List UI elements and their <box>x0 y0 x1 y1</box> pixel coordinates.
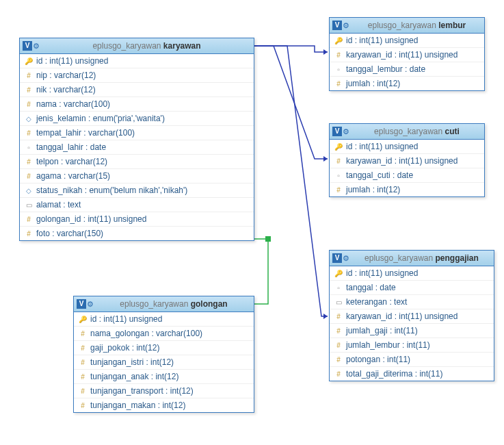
column-row[interactable]: #tempat_lahir : varchar(100) <box>20 125 254 140</box>
column-row[interactable]: ▫tanggal_cuti : date <box>330 168 484 182</box>
hash-icon: # <box>78 373 88 381</box>
date-icon: ▫ <box>334 284 343 292</box>
table-golongan[interactable]: V ⚙ eplusgo_karyawan golongan 🔑id : int(… <box>73 296 254 413</box>
column-row[interactable]: #jumlah_gaji : int(11) <box>330 323 494 338</box>
svg-marker-1 <box>323 156 328 162</box>
column-row[interactable]: #karyawan_id : int(11) unsigned <box>330 153 484 168</box>
column-label: id : int(11) unsigned <box>346 142 418 151</box>
column-row[interactable]: 🔑id : int(11) unsigned <box>330 34 484 47</box>
column-label: karyawan_id : int(11) unsigned <box>346 50 457 60</box>
hash-icon: # <box>24 230 34 238</box>
column-label: id : int(11) unsigned <box>346 36 418 45</box>
table-header[interactable]: V ⚙ eplusgo_karyawan karyawan <box>20 38 254 54</box>
view-icon[interactable]: V <box>332 127 342 136</box>
column-row[interactable]: ▫tanggal : date <box>330 280 494 294</box>
column-row[interactable]: #nama : varchar(100) <box>20 97 254 111</box>
table-title: eplusgo_karyawan penggajian <box>352 253 491 263</box>
column-row[interactable]: #nik : varchar(12) <box>20 82 254 97</box>
gear-icon[interactable]: ⚙ <box>343 254 349 263</box>
column-row[interactable]: ▭keterangan : text <box>330 294 494 309</box>
diamond-icon: ◇ <box>24 187 34 194</box>
column-row[interactable]: #total_gaji_diterima : int(11) <box>330 366 494 381</box>
view-icon[interactable]: V <box>332 21 342 30</box>
table-header[interactable]: V ⚙ eplusgo_karyawan penggajian <box>330 251 494 266</box>
column-row[interactable]: ◇jenis_kelamin : enum('pria','wanita') <box>20 111 254 125</box>
column-label: agama : varchar(15) <box>36 171 110 181</box>
column-row[interactable]: #tunjangan_istri : int(12) <box>74 355 254 369</box>
column-label: nip : varchar(12) <box>36 71 96 80</box>
key-icon: 🔑 <box>334 143 343 151</box>
hash-icon: # <box>334 327 343 335</box>
column-row[interactable]: ▫tanggal_lembur : date <box>330 62 484 76</box>
gear-icon[interactable]: ⚙ <box>343 127 349 136</box>
column-row[interactable]: 🔑id : int(11) unsigned <box>330 140 484 153</box>
column-row[interactable]: #jumlah : int(12) <box>330 182 484 196</box>
column-label: keterangan : text <box>346 297 407 307</box>
view-icon[interactable]: V <box>332 253 342 263</box>
column-row[interactable]: 🔑id : int(11) unsigned <box>20 54 254 68</box>
table-title: eplusgo_karyawan cuti <box>352 127 481 136</box>
table-header[interactable]: V ⚙ eplusgo_karyawan cuti <box>330 124 484 140</box>
column-row[interactable]: #nama_golongan : varchar(100) <box>74 326 254 340</box>
column-label: status_nikah : enum('belum nikah','nikah… <box>36 186 187 195</box>
column-label: jenis_kelamin : enum('pria','wanita') <box>36 114 165 123</box>
column-row[interactable]: 🔑id : int(11) unsigned <box>74 312 254 326</box>
column-label: karyawan_id : int(11) unsigned <box>346 312 457 321</box>
date-icon: ▫ <box>334 172 343 179</box>
column-label: foto : varchar(150) <box>36 229 103 238</box>
hash-icon: # <box>78 402 88 409</box>
column-row[interactable]: #jumlah : int(12) <box>330 76 484 90</box>
column-row[interactable]: #gaji_pokok : int(12) <box>74 340 254 355</box>
table-penggajian[interactable]: V ⚙ eplusgo_karyawan penggajian 🔑id : in… <box>329 250 494 381</box>
hash-icon: # <box>78 387 88 395</box>
table-cuti[interactable]: V ⚙ eplusgo_karyawan cuti 🔑id : int(11) … <box>329 123 485 197</box>
column-row[interactable]: ◇status_nikah : enum('belum nikah','nika… <box>20 183 254 197</box>
hash-icon: # <box>24 173 34 180</box>
table-header[interactable]: V ⚙ eplusgo_karyawan golongan <box>74 296 254 312</box>
column-label: golongan_id : int(11) unsigned <box>36 214 146 224</box>
table-lembur[interactable]: V ⚙ eplusgo_karyawan lembur 🔑id : int(11… <box>329 17 485 91</box>
hash-icon: # <box>24 158 34 166</box>
column-row[interactable]: ▫tanggal_lahir : date <box>20 140 254 154</box>
column-row[interactable]: #tunjangan_transport : int(12) <box>74 383 254 398</box>
table-title: eplusgo_karyawan lembur <box>352 21 481 30</box>
table-header[interactable]: V ⚙ eplusgo_karyawan lembur <box>330 18 484 34</box>
gear-icon[interactable]: ⚙ <box>87 300 94 309</box>
column-label: tunjangan_anak : int(12) <box>90 372 178 381</box>
column-row[interactable]: #telpon : varchar(12) <box>20 154 254 168</box>
column-label: tanggal_lahir : date <box>36 142 106 152</box>
column-row[interactable]: #nip : varchar(12) <box>20 68 254 82</box>
text-icon: ▭ <box>334 298 343 306</box>
column-row[interactable]: #golongan_id : int(11) unsigned <box>20 212 254 226</box>
hash-icon: # <box>24 101 34 108</box>
hash-icon: # <box>24 72 34 79</box>
column-row[interactable]: #karyawan_id : int(11) unsigned <box>330 47 484 62</box>
hash-icon: # <box>334 342 343 349</box>
table-karyawan[interactable]: V ⚙ eplusgo_karyawan karyawan 🔑id : int(… <box>19 38 254 241</box>
column-row[interactable]: #tunjangan_makan : int(12) <box>74 398 254 412</box>
key-icon: 🔑 <box>24 58 34 65</box>
column-row[interactable]: #karyawan_id : int(11) unsigned <box>330 309 494 323</box>
hash-icon: # <box>334 157 343 165</box>
column-row[interactable]: #foto : varchar(150) <box>20 226 254 240</box>
gear-icon[interactable]: ⚙ <box>343 21 349 30</box>
key-icon: 🔑 <box>334 270 343 277</box>
text-icon: ▭ <box>24 201 34 209</box>
column-label: tempat_lahir : varchar(100) <box>36 128 135 138</box>
column-label: id : int(11) unsigned <box>90 314 162 324</box>
column-label: total_gaji_diterima : int(11) <box>346 369 442 379</box>
column-row[interactable]: #agama : varchar(15) <box>20 168 254 183</box>
column-row[interactable]: #jumlah_lembur : int(11) <box>330 338 494 352</box>
column-label: jumlah : int(12) <box>346 79 400 88</box>
view-icon[interactable]: V <box>23 41 32 51</box>
column-row[interactable]: #tunjangan_anak : int(12) <box>74 369 254 383</box>
date-icon: ▫ <box>24 144 34 151</box>
svg-rect-3 <box>265 236 271 242</box>
column-label: jumlah_gaji : int(11) <box>346 326 418 335</box>
column-row[interactable]: #potongan : int(11) <box>330 352 494 366</box>
column-row[interactable]: ▭alamat : text <box>20 197 254 212</box>
table-title: eplusgo_karyawan golongan <box>96 299 251 309</box>
gear-icon[interactable]: ⚙ <box>33 42 40 51</box>
column-row[interactable]: 🔑id : int(11) unsigned <box>330 266 494 280</box>
view-icon[interactable]: V <box>77 299 86 309</box>
